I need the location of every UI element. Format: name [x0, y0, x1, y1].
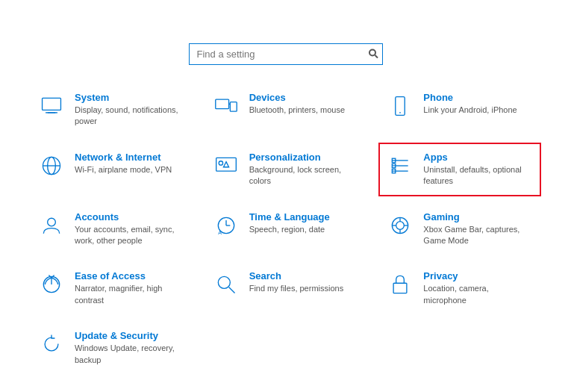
apps-icon: [386, 152, 414, 180]
devices-icon: [212, 92, 240, 120]
setting-item-time[interactable]: A Time & Language Speech, region, date: [205, 202, 367, 256]
setting-item-accounts[interactable]: Accounts Your accounts, email, sync, wor…: [30, 202, 193, 256]
accounts-icon: [37, 211, 66, 240]
svg-text:A: A: [218, 230, 222, 236]
search-container: [189, 43, 383, 65]
network-name: Network & Internet: [75, 152, 185, 163]
setting-item-privacy[interactable]: Privacy Location, camera, microphone: [378, 261, 541, 315]
update-icon: [37, 330, 66, 358]
update-text: Update & Security Windows Update, recove…: [75, 330, 185, 366]
svg-rect-37: [393, 284, 407, 293]
setting-item-search[interactable]: Search Find my files, permissions: [205, 261, 367, 315]
svg-rect-5: [215, 99, 228, 108]
titlebar: [0, 0, 571, 24]
gaming-desc: Xbox Game Bar, captures, Game Mode: [423, 224, 534, 247]
update-name: Update & Security: [75, 330, 185, 341]
minimize-button[interactable]: [462, 0, 496, 24]
system-icon: [37, 92, 66, 120]
system-name: System: [75, 92, 185, 103]
system-desc: Display, sound, notifications, power: [75, 105, 185, 128]
settings-grid: System Display, sound, notifications, po…: [30, 83, 541, 375]
time-icon: A: [212, 211, 240, 240]
svg-point-28: [396, 221, 405, 229]
setting-item-personalization[interactable]: Personalization Background, lock screen,…: [205, 143, 367, 196]
time-desc: Speech, region, date: [249, 224, 360, 235]
devices-desc: Bluetooth, printers, mouse: [249, 105, 360, 116]
ease-desc: Narrator, magnifier, high contrast: [75, 283, 185, 306]
titlebar-controls: [462, 0, 565, 24]
maximize-button[interactable]: [496, 0, 531, 24]
personalization-name: Personalization: [249, 152, 360, 163]
accounts-text: Accounts Your accounts, email, sync, wor…: [75, 211, 185, 247]
setting-item-network[interactable]: Network & Internet Wi-Fi, airplane mode,…: [30, 143, 193, 196]
svg-point-22: [48, 218, 56, 226]
phone-text: Phone Link your Android, iPhone: [423, 92, 534, 116]
setting-item-phone[interactable]: Phone Link your Android, iPhone: [378, 83, 541, 137]
accounts-desc: Your accounts, email, sync, work, other …: [75, 224, 185, 247]
svg-marker-14: [223, 161, 228, 167]
devices-text: Devices Bluetooth, printers, mouse: [249, 92, 360, 116]
svg-rect-2: [43, 98, 61, 110]
search-input[interactable]: [189, 43, 383, 65]
search-bar: [30, 43, 541, 65]
privacy-text: Privacy Location, camera, microphone: [423, 270, 534, 306]
search-icon-button[interactable]: [368, 48, 378, 60]
svg-rect-6: [230, 102, 237, 111]
apps-text: Apps Uninstall, defaults, optional featu…: [423, 152, 534, 187]
network-icon: [37, 152, 66, 180]
gaming-icon: [386, 211, 414, 240]
main-content: System Display, sound, notifications, po…: [0, 24, 571, 382]
phone-desc: Link your Android, iPhone: [423, 105, 534, 116]
svg-point-15: [219, 161, 222, 165]
setting-item-gaming[interactable]: Gaming Xbox Game Bar, captures, Game Mod…: [378, 202, 541, 256]
search-text: Search Find my files, permissions: [249, 270, 360, 294]
personalization-desc: Background, lock screen, colors: [249, 164, 360, 187]
privacy-name: Privacy: [423, 270, 534, 281]
search-name: Search: [249, 270, 360, 281]
close-button[interactable]: [531, 0, 565, 24]
system-text: System Display, sound, notifications, po…: [75, 92, 185, 128]
ease-icon: [37, 270, 66, 299]
setting-item-system[interactable]: System Display, sound, notifications, po…: [30, 83, 193, 137]
personalization-text: Personalization Background, lock screen,…: [249, 152, 360, 187]
privacy-desc: Location, camera, microphone: [423, 283, 534, 306]
apps-name: Apps: [423, 152, 534, 163]
setting-item-apps[interactable]: Apps Uninstall, defaults, optional featu…: [378, 143, 541, 196]
update-desc: Windows Update, recovery, backup: [75, 343, 185, 366]
network-desc: Wi-Fi, airplane mode, VPN: [75, 164, 185, 175]
search-desc: Find my files, permissions: [249, 283, 360, 294]
svg-line-1: [375, 55, 378, 58]
devices-name: Devices: [249, 92, 360, 103]
privacy-icon: [386, 270, 414, 299]
setting-item-ease[interactable]: Ease of Access Narrator, magnifier, high…: [30, 261, 193, 315]
setting-item-update[interactable]: Update & Security Windows Update, recove…: [30, 321, 193, 375]
svg-point-0: [369, 49, 375, 55]
phone-name: Phone: [423, 92, 534, 103]
time-name: Time & Language: [249, 211, 360, 223]
apps-desc: Uninstall, defaults, optional features: [423, 164, 534, 187]
search-icon: [368, 48, 378, 58]
setting-item-devices[interactable]: Devices Bluetooth, printers, mouse: [205, 83, 367, 137]
personalization-icon: [212, 152, 240, 180]
time-text: Time & Language Speech, region, date: [249, 211, 360, 235]
ease-text: Ease of Access Narrator, magnifier, high…: [75, 270, 185, 306]
accounts-name: Accounts: [75, 211, 185, 223]
svg-point-35: [218, 277, 230, 289]
gaming-name: Gaming: [423, 211, 534, 223]
ease-name: Ease of Access: [75, 270, 185, 281]
svg-line-36: [228, 287, 234, 293]
network-text: Network & Internet Wi-Fi, airplane mode,…: [75, 152, 185, 175]
search-icon: [212, 270, 240, 299]
gaming-text: Gaming Xbox Game Bar, captures, Game Mod…: [423, 211, 534, 247]
phone-icon: [386, 92, 414, 120]
